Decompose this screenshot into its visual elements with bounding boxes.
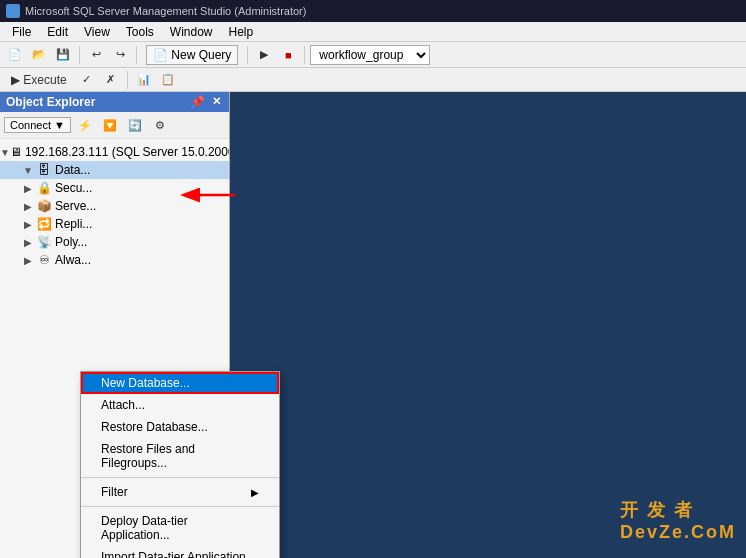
toolbar2-sep [127, 71, 128, 89]
ctx-deploy-dac[interactable]: Deploy Data-tier Application... [81, 510, 279, 546]
mgmt-label: Mana... [55, 271, 95, 273]
oe-header: Object Explorer 📌 ✕ [0, 92, 229, 112]
oe-node-databases[interactable]: ▼ 🗄 Data... [0, 161, 229, 179]
menu-file[interactable]: File [4, 22, 39, 41]
redo-btn[interactable]: ↪ [109, 44, 131, 66]
poly-icon: 📡 [36, 234, 52, 250]
toolbar-sep-3 [247, 46, 248, 64]
server-icon: 🖥 [10, 144, 22, 160]
toolbar-sep-4 [304, 46, 305, 64]
server-label: 192.168.23.111 (SQL Server 15.0.2000.5 -… [25, 145, 229, 159]
security-icon: 🔒 [36, 180, 52, 196]
serverobj-icon: 📦 [36, 198, 52, 214]
serverobj-label: Serve... [55, 199, 96, 213]
oe-toolbar: Connect ▼ ⚡ 🔽 🔄 ⚙ [0, 112, 229, 139]
databases-icon: 🗄 [36, 162, 52, 178]
watermark: 开 发 者 DevZe.CoM [620, 498, 736, 543]
alwayson-expand-icon: ▶ [20, 255, 36, 266]
include-actual-plan-btn[interactable]: 📊 [133, 69, 155, 91]
serverobj-expand-icon: ▶ [20, 201, 36, 212]
oe-node-serverobjects[interactable]: ▶ 📦 Serve... [0, 197, 229, 215]
menu-help[interactable]: Help [221, 22, 262, 41]
ctx-import-dac[interactable]: Import Data-tier Application... [81, 546, 279, 558]
ctx-new-database-label: New Database... [101, 376, 190, 390]
ctx-filter-label: Filter [101, 485, 128, 499]
alwayson-label: Alwa... [55, 253, 91, 267]
oe-node-replication[interactable]: ▶ 🔁 Repli... [0, 215, 229, 233]
new-query-label: 📄 New Query [153, 48, 231, 62]
ctx-attach[interactable]: Attach... [81, 394, 279, 416]
database-dropdown[interactable]: workflow_group [310, 45, 430, 65]
ctx-restore-files-label: Restore Files and Filegroups... [101, 442, 259, 470]
oe-connect-btn[interactable]: Connect ▼ [4, 117, 71, 133]
app-icon [6, 4, 20, 18]
oe-header-buttons: 📌 ✕ [188, 95, 223, 109]
ctx-attach-label: Attach... [101, 398, 145, 412]
undo-btn[interactable]: ↩ [85, 44, 107, 66]
ctx-filter-arrow: ▶ [251, 487, 259, 498]
save-btn[interactable]: 💾 [52, 44, 74, 66]
poly-label: Poly... [55, 235, 87, 249]
menu-window[interactable]: Window [162, 22, 221, 41]
menu-tools[interactable]: Tools [118, 22, 162, 41]
toolbar-sep-2 [136, 46, 137, 64]
security-label: Secu... [55, 181, 92, 195]
main-area: Object Explorer 📌 ✕ Connect ▼ ⚡ 🔽 🔄 ⚙ ▼ … [0, 92, 746, 558]
menu-bar: File Edit View Tools Window Help [0, 22, 746, 42]
oe-node-alwayson[interactable]: ▶ ♾ Alwa... [0, 251, 229, 269]
mgmt-expand-icon: ▶ [20, 273, 36, 274]
object-explorer-panel: Object Explorer 📌 ✕ Connect ▼ ⚡ 🔽 🔄 ⚙ ▼ … [0, 92, 230, 558]
oe-node-server[interactable]: ▼ 🖥 192.168.23.111 (SQL Server 15.0.2000… [0, 143, 229, 161]
oe-title: Object Explorer [6, 95, 95, 109]
menu-view[interactable]: View [76, 22, 118, 41]
repl-expand-icon: ▶ [20, 219, 36, 230]
main-toolbar: 📄 📂 💾 ↩ ↪ 📄 New Query ▶ ■ workflow_group [0, 42, 746, 68]
sql-toolbar: ▶ Execute ✓ ✗ 📊 📋 [0, 68, 746, 92]
repl-label: Repli... [55, 217, 92, 231]
new-file-btn[interactable]: 📄 [4, 44, 26, 66]
oe-filter-btn[interactable]: 🔽 [99, 114, 121, 136]
content-area [230, 92, 746, 558]
ctx-filter[interactable]: Filter ▶ [81, 481, 279, 503]
watermark-line2: DevZe.CoM [620, 522, 736, 543]
debug-btn[interactable]: ▶ [253, 44, 275, 66]
repl-icon: 🔁 [36, 216, 52, 232]
oe-options-btn[interactable]: ⚙ [149, 114, 171, 136]
ctx-restore-files[interactable]: Restore Files and Filegroups... [81, 438, 279, 474]
parse-btn[interactable]: ✓ [76, 69, 98, 91]
oe-close-btn[interactable]: ✕ [210, 95, 223, 109]
ctx-import-dac-label: Import Data-tier Application... [101, 550, 256, 558]
open-btn[interactable]: 📂 [28, 44, 50, 66]
databases-expand-icon: ▼ [20, 165, 36, 176]
oe-node-polybase[interactable]: ▶ 📡 Poly... [0, 233, 229, 251]
alwayson-icon: ♾ [36, 252, 52, 268]
watermark-line1: 开 发 者 [620, 498, 736, 522]
title-bar: Microsoft SQL Server Management Studio (… [0, 0, 746, 22]
oe-pin-btn[interactable]: 📌 [188, 95, 207, 109]
stop-btn[interactable]: ■ [277, 44, 299, 66]
toolbar-sep-1 [79, 46, 80, 64]
ctx-sep-2 [81, 506, 279, 507]
databases-label: Data... [55, 163, 90, 177]
oe-node-security[interactable]: ▶ 🔒 Secu... [0, 179, 229, 197]
security-expand-icon: ▶ [20, 183, 36, 194]
execute-btn[interactable]: ▶ Execute [4, 69, 74, 91]
title-bar-text: Microsoft SQL Server Management Studio (… [25, 5, 306, 17]
oe-node-management[interactable]: ▶ ⚙ Mana... [0, 269, 229, 273]
new-query-btn[interactable]: 📄 New Query [146, 45, 238, 65]
ctx-restore-database[interactable]: Restore Database... [81, 416, 279, 438]
menu-edit[interactable]: Edit [39, 22, 76, 41]
cancel-query-btn[interactable]: ✗ [100, 69, 122, 91]
mgmt-icon: ⚙ [36, 270, 52, 273]
oe-disconnect-btn[interactable]: ⚡ [74, 114, 96, 136]
oe-refresh-btn[interactable]: 🔄 [124, 114, 146, 136]
ctx-new-database[interactable]: New Database... [81, 372, 279, 394]
poly-expand-icon: ▶ [20, 237, 36, 248]
ctx-sep-1 [81, 477, 279, 478]
server-expand-icon: ▼ [0, 147, 10, 158]
show-plan-btn[interactable]: 📋 [157, 69, 179, 91]
oe-tree: ▼ 🖥 192.168.23.111 (SQL Server 15.0.2000… [0, 139, 229, 273]
ctx-restore-db-label: Restore Database... [101, 420, 208, 434]
ctx-deploy-dac-label: Deploy Data-tier Application... [101, 514, 259, 542]
context-menu: New Database... Attach... Restore Databa… [80, 371, 280, 558]
